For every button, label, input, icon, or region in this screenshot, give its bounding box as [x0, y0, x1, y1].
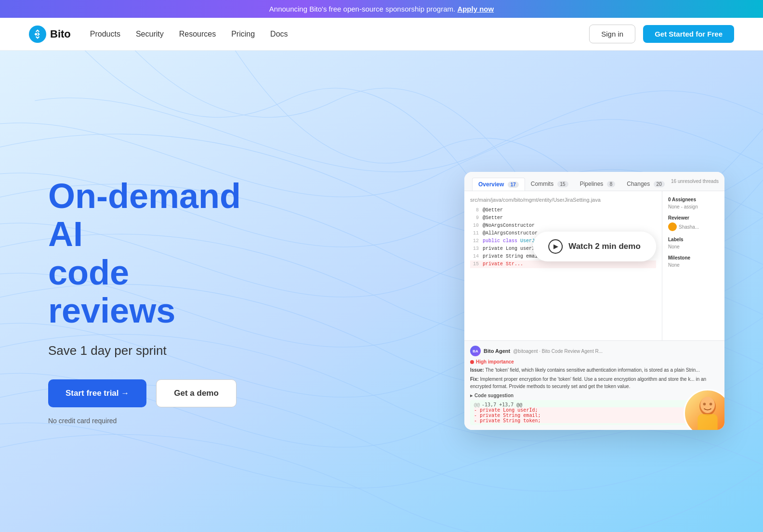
agent-name: Bito Agent: [484, 348, 510, 354]
person-svg: [685, 390, 724, 430]
svg-point-4: [703, 402, 706, 405]
signin-button[interactable]: Sign in: [589, 25, 635, 43]
comment-issue: Issue: The 'token' field, which likely c…: [470, 366, 719, 374]
get-started-button[interactable]: Get Started for Free: [643, 25, 734, 43]
file-breadcrumb: src/main/java/com/bito/mgmt/entity/UserJ…: [470, 197, 656, 203]
hero-content: On-demand AI code reviews Save 1 day per…: [0, 139, 289, 463]
nav-security[interactable]: Security: [136, 30, 164, 38]
fix-label: Fix:: [470, 376, 479, 382]
hero-title-line2: code reviews: [48, 253, 175, 330]
labels-label: Labels: [668, 237, 719, 242]
hero-buttons: Start free trial → Get a demo: [48, 379, 241, 407]
tab-commits[interactable]: Commits 15: [525, 178, 574, 191]
apply-now-link[interactable]: Apply now: [457, 5, 494, 13]
code-removed-1: - private Long userId;: [474, 407, 715, 413]
no-credit-text: No credit card required: [48, 417, 241, 425]
nav-right: Sign in Get Started for Free: [589, 25, 734, 43]
announcement-banner: Announcing Bito's free open-source spons…: [0, 0, 763, 18]
agent-avatar: BA: [470, 346, 481, 356]
mock-tabs: Overview 17 Commits 15 Pipelines 8 Chang…: [464, 172, 724, 191]
svg-rect-3: [697, 414, 717, 430]
assignees-label: 0 Assignees: [668, 197, 719, 202]
mock-code-review-ui: Overview 17 Commits 15 Pipelines 8 Chang…: [464, 172, 724, 430]
mock-main: src/main/java/com/bito/mgmt/entity/UserJ…: [464, 191, 662, 340]
nav-docs[interactable]: Docs: [270, 30, 288, 38]
svg-point-2: [700, 397, 715, 413]
code-suggestion-toggle[interactable]: ▸ Code suggestion: [470, 393, 719, 398]
reviewer-avatar: [668, 222, 677, 231]
watch-demo-button[interactable]: ▶ Watch 2 min demo: [533, 232, 656, 261]
reviewer-label: Reviewer: [668, 215, 719, 221]
issue-label: Issue:: [470, 367, 484, 373]
code-removed-2: - private String email;: [474, 413, 715, 418]
assignees-value: None - assign: [668, 204, 719, 209]
mock-sidebar: 0 Assignees None - assign Reviewer Shash…: [662, 191, 724, 340]
hero-title-line1: On-demand AI: [48, 177, 241, 253]
nav-pricing[interactable]: Pricing: [231, 30, 255, 38]
logo[interactable]: Bito: [29, 26, 71, 43]
hero-subtitle: Save 1 day per sprint: [48, 343, 241, 358]
agent-header: BA Bito Agent @bitoagent · Bito Code Rev…: [470, 346, 719, 356]
agent-handle: @bitoagent · Bito Code Review Agent R...: [513, 349, 603, 354]
svg-point-5: [710, 402, 712, 405]
mock-body: src/main/java/com/bito/mgmt/entity/UserJ…: [464, 191, 724, 340]
get-demo-button[interactable]: Get a demo: [156, 379, 237, 407]
importance-tag: High importance: [470, 359, 719, 364]
suggestion-label: Code suggestion: [474, 393, 513, 398]
high-importance-dot: [470, 360, 474, 364]
milestone-value: None: [668, 262, 719, 268]
tab-overview[interactable]: Overview 17: [472, 178, 525, 191]
navbar: Bito Products Security Resources Pricing…: [0, 18, 763, 51]
tab-changes[interactable]: Changes 20: [621, 178, 671, 191]
reviewer-name: Shasha...: [679, 224, 699, 230]
milestone-label: Milestone: [668, 255, 719, 260]
play-icon: ▶: [548, 239, 563, 254]
code-suggestion-block: @@-13,7 +13,7 @@ - private Long userId; …: [470, 400, 719, 425]
code-removed-3: - private String token;: [474, 418, 715, 423]
hero-title: On-demand AI code reviews: [48, 177, 241, 330]
nav-links: Products Security Resources Pricing Docs: [90, 30, 288, 39]
suggestion-arrow: ▸: [470, 393, 473, 398]
importance-label: High importance: [476, 359, 514, 364]
banner-text: Announcing Bito's free open-source spons…: [269, 5, 455, 13]
logo-text: Bito: [50, 28, 71, 40]
unresolved-threads: 16 unresolved threads: [671, 179, 719, 184]
watch-demo-label: Watch 2 min demo: [568, 242, 641, 251]
tab-pipelines[interactable]: Pipelines 8: [574, 178, 621, 191]
nav-products[interactable]: Products: [90, 30, 120, 38]
logo-icon: [29, 26, 46, 43]
nav-resources[interactable]: Resources: [179, 30, 216, 38]
comment-fix: Fix: Implement proper encryption for the…: [470, 376, 719, 390]
hero-section: On-demand AI code reviews Save 1 day per…: [0, 51, 763, 532]
start-trial-button[interactable]: Start free trial →: [48, 379, 146, 407]
nav-left: Bito Products Security Resources Pricing…: [29, 26, 288, 43]
labels-value: None: [668, 244, 719, 249]
